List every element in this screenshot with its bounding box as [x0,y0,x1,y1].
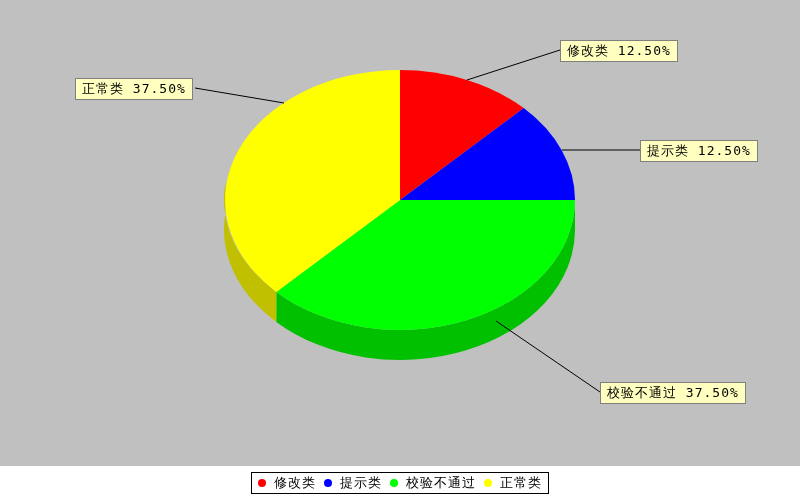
leader-normal [195,88,284,103]
legend-swatch-hint [324,479,332,487]
legend-box: 修改类 提示类 校验不通过 正常类 [251,472,549,494]
chart-plot-area: 修改类 12.50% 提示类 12.50% 校验不通过 37.50% 正常类 3… [0,0,800,466]
legend-label-modify: 修改类 [274,474,316,492]
legend-label-hint: 提示类 [340,474,382,492]
leader-fail [496,321,600,392]
legend-label-fail: 校验不通过 [406,474,476,492]
leader-modify [467,50,560,80]
slice-label-fail: 校验不通过 37.50% [600,382,746,404]
chart-frame: 修改类 12.50% 提示类 12.50% 校验不通过 37.50% 正常类 3… [0,0,800,500]
slice-label-hint: 提示类 12.50% [640,140,758,162]
slice-label-normal: 正常类 37.50% [75,78,193,100]
slice-label-modify: 修改类 12.50% [560,40,678,62]
legend-swatch-fail [390,479,398,487]
legend: 修改类 提示类 校验不通过 正常类 [0,466,800,500]
legend-label-normal: 正常类 [500,474,542,492]
legend-swatch-modify [258,479,266,487]
legend-swatch-normal [484,479,492,487]
